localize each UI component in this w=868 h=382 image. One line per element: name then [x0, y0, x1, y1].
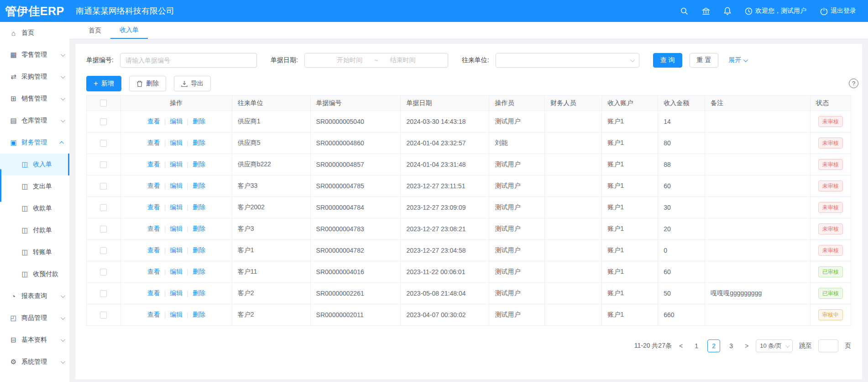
- sidebar-item[interactable]: ◫支出单: [0, 175, 69, 197]
- sidebar-item[interactable]: ⚙系统管理: [0, 351, 69, 373]
- row-action-view[interactable]: 查看: [147, 289, 160, 297]
- sidebar-item-label: 零售管理: [21, 51, 47, 59]
- prev-page-button[interactable]: <: [678, 342, 684, 350]
- row-action-view[interactable]: 查看: [147, 117, 160, 126]
- action-separator: |: [187, 290, 188, 297]
- sidebar-item[interactable]: ◫收入单: [0, 154, 69, 175]
- row-action-delete[interactable]: 删除: [193, 139, 205, 147]
- jump-page-input[interactable]: [818, 340, 838, 352]
- row-checkbox[interactable]: [100, 312, 107, 318]
- next-page-button[interactable]: >: [744, 342, 749, 350]
- row-action-edit[interactable]: 编辑: [170, 289, 183, 297]
- date-start-placeholder: 开始时间: [337, 56, 362, 64]
- row-action-delete[interactable]: 删除: [193, 311, 205, 319]
- bill-no-input[interactable]: [120, 53, 257, 68]
- row-action-view[interactable]: 查看: [147, 268, 160, 276]
- cell-finance: [545, 111, 602, 133]
- bank-icon[interactable]: [702, 7, 710, 15]
- page-unit: 页: [845, 342, 851, 350]
- row-action-view[interactable]: 查看: [147, 203, 160, 212]
- bill-date-range-picker[interactable]: 开始时间 ~ 结束时间: [304, 53, 448, 68]
- page-number-current[interactable]: 2: [707, 340, 720, 352]
- row-action-edit[interactable]: 编辑: [170, 139, 183, 147]
- row-action-edit[interactable]: 编辑: [170, 182, 183, 190]
- row-action-view[interactable]: 查看: [147, 311, 160, 319]
- sidebar-item[interactable]: ▦零售管理: [0, 44, 69, 66]
- row-action-edit[interactable]: 编辑: [170, 246, 183, 255]
- sidebar-item[interactable]: ◔报表查询: [0, 285, 69, 307]
- page-number[interactable]: 1: [690, 340, 703, 352]
- export-button[interactable]: 导出: [174, 76, 211, 91]
- row-action-delete[interactable]: 删除: [193, 203, 205, 212]
- row-action-view[interactable]: 查看: [147, 182, 160, 190]
- sidebar-item[interactable]: ▣财务管理: [0, 132, 69, 154]
- page-size-select[interactable]: 10 条/页: [756, 340, 793, 352]
- search-button[interactable]: 查 询: [653, 53, 682, 68]
- row-checkbox[interactable]: [100, 140, 107, 147]
- row-checkbox[interactable]: [100, 247, 107, 254]
- sidebar-item[interactable]: ◫收预付款: [0, 263, 69, 285]
- delete-button[interactable]: 删除: [129, 76, 166, 91]
- row-action-view[interactable]: 查看: [147, 246, 160, 255]
- tab-income-bill[interactable]: 收入单: [110, 22, 148, 39]
- sidebar-item[interactable]: ◫收款单: [0, 197, 69, 219]
- row-action-edit[interactable]: 编辑: [170, 311, 183, 319]
- select-all-checkbox[interactable]: [100, 100, 107, 106]
- expand-link[interactable]: 展开: [728, 56, 747, 64]
- action-separator: |: [187, 247, 188, 254]
- row-action-delete[interactable]: 删除: [193, 268, 205, 276]
- row-action-delete[interactable]: 删除: [193, 225, 205, 233]
- sidebar-item[interactable]: ⇄采购管理: [0, 66, 69, 88]
- row-action-edit[interactable]: 编辑: [170, 160, 183, 169]
- welcome-user[interactable]: 欢迎您，测试用户: [745, 7, 806, 15]
- row-action-edit[interactable]: 编辑: [170, 268, 183, 276]
- sidebar-item-label: 商品管理: [21, 314, 47, 322]
- partner-select[interactable]: [496, 53, 639, 68]
- row-action-view[interactable]: 查看: [147, 139, 160, 147]
- help-icon[interactable]: ?: [849, 79, 858, 88]
- sidebar-item[interactable]: ◫付款单: [0, 219, 69, 241]
- logout-text: 退出登录: [831, 7, 856, 15]
- table-header-row: 操作往来单位单据编号单据日期操作员财务人员收入账户收入金额备注状态: [87, 96, 851, 111]
- row-checkbox[interactable]: [100, 269, 107, 276]
- row-action-delete[interactable]: 删除: [193, 117, 205, 126]
- row-action-view[interactable]: 查看: [147, 225, 160, 233]
- logout-button[interactable]: 退出登录: [820, 7, 856, 15]
- sidebar-item[interactable]: ▤仓库管理: [0, 110, 69, 132]
- bell-icon[interactable]: [724, 7, 731, 15]
- row-checkbox[interactable]: [100, 161, 107, 168]
- row-action-edit[interactable]: 编辑: [170, 203, 183, 212]
- cell-operator: 测试用户: [489, 111, 545, 133]
- page-number[interactable]: 3: [725, 340, 737, 352]
- sidebar-item-label: 收款单: [33, 204, 52, 212]
- row-action-delete[interactable]: 删除: [193, 246, 205, 255]
- column-header: 财务人员: [545, 96, 602, 111]
- row-action-edit[interactable]: 编辑: [170, 225, 183, 233]
- row-action-delete[interactable]: 删除: [193, 160, 205, 169]
- row-action-delete[interactable]: 删除: [193, 289, 205, 297]
- sidebar-item[interactable]: ◫转账单: [0, 241, 69, 263]
- chevron-down-icon: [61, 74, 65, 79]
- sidebar-scrollbar-thumb[interactable]: [0, 169, 1, 202]
- sidebar-item[interactable]: ⌂首页: [0, 22, 69, 44]
- row-action-edit[interactable]: 编辑: [170, 117, 183, 126]
- row-checkbox[interactable]: [100, 204, 107, 211]
- row-checkbox[interactable]: [100, 226, 107, 233]
- cell-partner: 客户11: [232, 261, 310, 283]
- row-checkbox[interactable]: [100, 183, 107, 190]
- reset-button[interactable]: 重 置: [690, 53, 719, 68]
- row-checkbox[interactable]: [100, 290, 107, 297]
- row-checkbox[interactable]: [100, 118, 107, 125]
- sidebar-item-label: 基本资料: [21, 336, 47, 344]
- sidebar-item[interactable]: ⊞销售管理: [0, 88, 69, 110]
- cell-finance: [545, 175, 602, 197]
- sidebar-item[interactable]: ◰商品管理: [0, 307, 69, 329]
- sidebar-item-label: 首页: [21, 29, 34, 37]
- row-action-view[interactable]: 查看: [147, 160, 160, 169]
- search-icon[interactable]: [680, 7, 688, 15]
- tab-home[interactable]: 首页: [79, 22, 110, 39]
- add-button[interactable]: + 新增: [86, 76, 121, 91]
- sidebar-item[interactable]: ⊟基本资料: [0, 329, 69, 351]
- row-action-delete[interactable]: 删除: [193, 182, 205, 190]
- cell-amount: 20: [658, 218, 705, 240]
